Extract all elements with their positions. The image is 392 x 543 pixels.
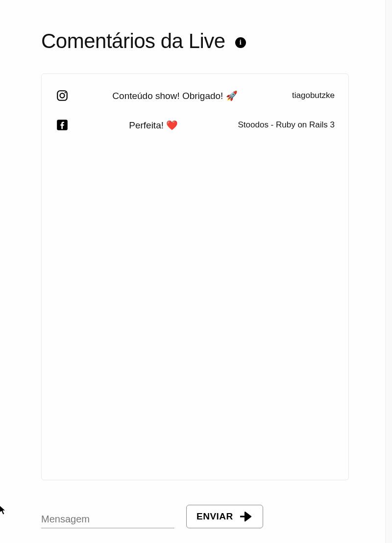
comment-text: Perfeita! ❤️ <box>78 120 229 131</box>
header: Comentários da Live i <box>41 29 349 53</box>
cursor-icon <box>0 505 7 516</box>
comment-row: Conteúdo show! Obrigado! 🚀 tiagobutzke <box>55 86 335 110</box>
footer: ENVIAR <box>41 505 349 528</box>
comment-user: Stoodos - Ruby on Rails 3 <box>238 120 335 130</box>
comment-text: Conteúdo show! Obrigado! 🚀 <box>78 90 272 101</box>
send-button-label: ENVIAR <box>196 511 233 522</box>
svg-rect-4 <box>240 516 247 517</box>
right-edge-strip <box>385 0 392 543</box>
page-title: Comentários da Live <box>41 29 225 53</box>
instagram-icon <box>55 89 69 102</box>
message-input[interactable] <box>41 510 174 528</box>
svg-point-2 <box>65 92 66 94</box>
comment-row: Perfeita! ❤️ Stoodos - Ruby on Rails 3 <box>55 110 335 140</box>
page-container: Comentários da Live i Conteúdo show! Obr… <box>0 0 392 480</box>
send-icon <box>240 511 253 522</box>
send-button[interactable]: ENVIAR <box>186 505 263 528</box>
comment-user: tiagobutzke <box>281 91 335 100</box>
svg-point-1 <box>60 93 64 98</box>
facebook-icon <box>55 118 69 132</box>
info-icon[interactable]: i <box>235 37 246 48</box>
comments-list: Conteúdo show! Obrigado! 🚀 tiagobutzke P… <box>41 74 349 480</box>
